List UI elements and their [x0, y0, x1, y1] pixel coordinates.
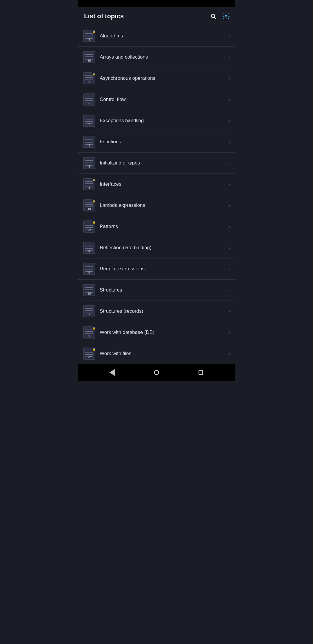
list-item-reflection[interactable]: 4Reflection (late binding)›	[78, 237, 235, 258]
list-item-algorithms[interactable]: 9🔒Algorithms›	[78, 26, 235, 47]
svg-rect-92	[85, 312, 93, 312]
svg-rect-30	[85, 118, 93, 118]
topic-icon-initializing-types: 5	[83, 157, 96, 169]
list-item-interfaces[interactable]: 5🔒Interfaces›	[78, 174, 235, 195]
topic-icon-functions: 8	[83, 135, 96, 148]
navigation-bar	[78, 364, 235, 381]
svg-rect-2	[85, 33, 93, 34]
svg-rect-16	[85, 75, 93, 76]
chevron-right-icon: ›	[228, 245, 230, 251]
svg-rect-90	[85, 308, 93, 309]
chevron-right-icon: ›	[228, 33, 230, 39]
svg-rect-36	[85, 139, 93, 140]
topic-label-interfaces: Interfaces	[100, 181, 226, 187]
topic-icon-algorithms: 9🔒	[83, 30, 96, 42]
svg-text:🔒: 🔒	[92, 220, 96, 224]
svg-rect-78	[85, 266, 93, 267]
topic-icon-regular-expressions: 6	[83, 263, 96, 275]
svg-rect-57	[85, 204, 93, 205]
list-item-async-operations[interactable]: 2🔒Asynchronous operations›	[78, 68, 235, 89]
list-item-regular-expressions[interactable]: 6Regular expressions›	[78, 258, 235, 280]
svg-text:5: 5	[88, 186, 90, 189]
topic-label-lambda-expressions: Lambda expressions	[100, 202, 226, 208]
topic-icon-arrays-collections: 35	[83, 51, 96, 64]
chevron-right-icon: ›	[228, 224, 230, 230]
list-item-patterns[interactable]: 22🔒Patterns›	[78, 216, 235, 237]
chevron-right-icon: ›	[228, 139, 230, 145]
svg-rect-24	[85, 97, 93, 97]
search-button[interactable]	[209, 12, 217, 20]
list-item-structures[interactable]: 29Structures›	[78, 280, 235, 301]
svg-text:10: 10	[88, 207, 91, 211]
svg-rect-42	[85, 160, 93, 161]
svg-rect-49	[85, 183, 93, 184]
chevron-right-icon: ›	[228, 308, 230, 314]
chevron-right-icon: ›	[228, 54, 230, 60]
status-bar	[78, 0, 235, 7]
svg-rect-66	[85, 227, 93, 228]
list-item-initializing-types[interactable]: 5Initializing of types›	[78, 153, 235, 174]
chevron-right-icon: ›	[228, 266, 230, 272]
svg-rect-79	[85, 268, 93, 268]
list-item-work-db[interactable]: 9🔒Work with database (DB)›	[78, 322, 235, 343]
header: List of topics	[78, 7, 235, 26]
svg-rect-32	[85, 121, 93, 122]
svg-text:🔒: 🔒	[92, 72, 96, 76]
page-title: List of topics	[84, 12, 124, 20]
svg-rect-104	[85, 351, 93, 351]
svg-text:🔒: 🔒	[92, 30, 96, 33]
chevron-right-icon: ›	[228, 351, 230, 357]
topic-label-structures-records: Structures (records)	[100, 308, 226, 314]
topic-icon-interfaces: 5🔒	[83, 178, 96, 191]
chevron-right-icon: ›	[228, 160, 230, 166]
svg-rect-43	[85, 162, 93, 162]
list-item-structures-records[interactable]: 7Structures (records)›	[78, 301, 235, 322]
chevron-right-icon: ›	[228, 287, 230, 293]
svg-text:9: 9	[88, 38, 90, 41]
svg-rect-65	[85, 225, 93, 226]
settings-button[interactable]	[222, 12, 230, 20]
svg-rect-97	[85, 331, 93, 332]
nav-back-button[interactable]	[106, 367, 118, 378]
nav-home-button[interactable]	[151, 367, 162, 378]
svg-rect-25	[85, 98, 93, 99]
back-icon	[109, 369, 115, 376]
topic-icon-control-flow: 21	[83, 93, 96, 106]
svg-text:22: 22	[88, 229, 91, 232]
svg-rect-80	[85, 269, 93, 270]
svg-text:9: 9	[88, 334, 90, 338]
topic-icon-exceptions-handling: 9	[83, 114, 96, 127]
chevron-right-icon: ›	[228, 97, 230, 103]
chevron-right-icon: ›	[228, 75, 230, 82]
topic-icon-patterns: 22🔒	[83, 220, 96, 233]
topic-icon-lambda-expressions: 10🔒	[83, 199, 96, 212]
list-item-lambda-expressions[interactable]: 10🔒Lambda expressions›	[78, 195, 235, 216]
chevron-right-icon: ›	[228, 330, 230, 336]
topic-icon-work-db: 9🔒	[83, 326, 96, 339]
topic-label-algorithms: Algorithms	[100, 33, 226, 39]
topic-label-reflection: Reflection (late binding)	[100, 245, 226, 251]
topic-label-initializing-types: Initializing of types	[100, 160, 226, 166]
svg-rect-31	[85, 120, 93, 120]
svg-point-0	[225, 15, 227, 17]
svg-rect-91	[85, 310, 93, 311]
svg-rect-37	[85, 141, 93, 141]
nav-recent-button[interactable]	[195, 367, 207, 378]
recent-icon	[199, 370, 203, 375]
list-item-work-files[interactable]: 22🔒Work with files›	[78, 343, 235, 364]
svg-rect-64	[85, 224, 93, 224]
list-item-exceptions-handling[interactable]: 9Exceptions handling›	[78, 110, 235, 131]
svg-rect-58	[85, 206, 93, 207]
list-item-arrays-collections[interactable]: 35Arrays and collections›	[78, 47, 235, 68]
svg-rect-48	[85, 181, 93, 182]
topic-icon-structures: 29	[83, 284, 96, 296]
svg-rect-96	[85, 330, 93, 330]
svg-rect-106	[85, 354, 93, 355]
topic-label-exceptions-handling: Exceptions handling	[100, 118, 226, 124]
chevron-right-icon: ›	[228, 181, 230, 187]
svg-rect-84	[85, 287, 93, 288]
topic-label-functions: Functions	[100, 139, 226, 145]
svg-rect-26	[85, 100, 93, 101]
list-item-functions[interactable]: 8Functions›	[78, 131, 235, 153]
list-item-control-flow[interactable]: 21Control flow›	[78, 89, 235, 110]
